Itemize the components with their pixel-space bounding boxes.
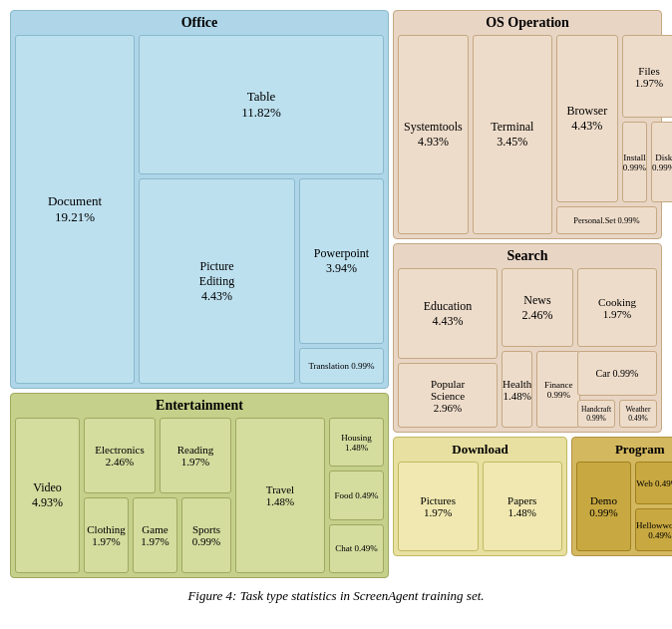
- os-terminal-label: Terminal3.45%: [491, 120, 533, 150]
- os-files-col: Files1.97% Install 0.99% Disk 0.99%: [622, 35, 672, 202]
- ent-electronics: Electronics2.46%: [84, 418, 156, 493]
- download-pictures: Pictures1.97%: [398, 462, 479, 551]
- office-picture: PictureEditing4.43%: [139, 178, 295, 384]
- search-section: Search Education4.43% PopularScience2.96…: [393, 243, 662, 433]
- search-cooking: Cooking1.97%: [577, 268, 657, 347]
- program-demo-label: Demo0.99%: [589, 494, 617, 518]
- download-pictures-label: Pictures1.97%: [421, 494, 456, 518]
- program-web: Web 0.49%: [635, 462, 672, 504]
- search-right: Cooking1.97% Car 0.99% Handcraft 0.99% W…: [577, 268, 657, 428]
- search-news-label: News2.46%: [522, 293, 553, 323]
- search-small-row: Handcraft 0.99% Weather 0.49%: [577, 400, 657, 428]
- ent-travel: Travel1.48%: [235, 418, 325, 573]
- ent-reading-label: Reading1.97%: [177, 444, 214, 468]
- os-section: OS Operation Systemtools4.93% Terminal3.…: [393, 10, 662, 239]
- search-car-label: Car 0.99%: [596, 368, 639, 379]
- ent-chat: Chat 0.49%: [329, 524, 384, 573]
- search-mid: News2.46% Health1.48% Finance 0.99%: [502, 268, 573, 428]
- search-title: Search: [398, 248, 657, 264]
- search-health: Health1.48%: [502, 351, 532, 428]
- download-inner: Pictures1.97% Papers1.48%: [398, 462, 562, 551]
- office-powerpoint: Powerpoint3.94%: [299, 178, 384, 344]
- ent-housing-label: Housing 1.48%: [330, 433, 383, 453]
- os-files: Files1.97%: [622, 35, 672, 118]
- office-table: Table11.82%: [139, 35, 384, 174]
- treemap: Office Document19.21% Table11.82% Pictur…: [10, 10, 662, 578]
- ent-game: Game1.97%: [133, 497, 177, 573]
- ent-video-label: Video4.93%: [32, 480, 63, 510]
- entertainment-section: Entertainment Video4.93% Electronics2.46…: [10, 393, 389, 578]
- office-title: Office: [15, 15, 384, 31]
- download-papers-label: Papers1.48%: [507, 494, 536, 518]
- os-right: Browser4.43% Files1.97% Install 0.99%: [556, 35, 657, 234]
- office-translation-label: Translation 0.99%: [308, 361, 374, 371]
- office-picture-label: PictureEditing4.43%: [199, 259, 234, 304]
- search-health-row: Health1.48% Finance 0.99%: [502, 351, 573, 428]
- figure-caption: Figure 4: Task type statistics in Screen…: [187, 588, 484, 604]
- os-disk-label: Disk 0.99%: [652, 153, 672, 172]
- office-ppt-label: Powerpoint3.94%: [314, 246, 369, 276]
- os-browser-row: Browser4.43% Files1.97% Install 0.99%: [556, 35, 657, 202]
- entertainment-inner: Video4.93% Electronics2.46% Reading1.97%…: [15, 418, 384, 573]
- program-demo: Demo0.99%: [576, 462, 631, 551]
- ent-food-label: Food 0.49%: [334, 490, 378, 500]
- ent-game-label: Game1.97%: [141, 523, 168, 547]
- search-weather: Weather 0.49%: [619, 400, 657, 428]
- ent-mid: Electronics2.46% Reading1.97% Clothing1.…: [84, 418, 231, 573]
- os-personal-label: Personal.Set 0.99%: [573, 215, 639, 225]
- ent-travel-label: Travel1.48%: [266, 483, 294, 507]
- ent-clothing-label: Clothing1.97%: [87, 523, 126, 547]
- ent-food: Food 0.49%: [329, 471, 384, 519]
- search-education: Education4.43%: [398, 268, 498, 359]
- left-column: Office Document19.21% Table11.82% Pictur…: [10, 10, 389, 578]
- ent-clothing: Clothing1.97%: [84, 497, 129, 573]
- office-table-label: Table11.82%: [241, 89, 281, 121]
- search-cooking-label: Cooking1.97%: [598, 296, 636, 320]
- download-papers: Papers1.48%: [483, 462, 563, 551]
- office-bottom-row: PictureEditing4.43% Powerpoint3.94% Tran…: [139, 178, 384, 384]
- search-handcraft: Handcraft 0.99%: [577, 400, 615, 428]
- ent-video: Video4.93%: [15, 418, 80, 573]
- os-install: Install 0.99%: [622, 122, 647, 202]
- search-handcraft-label: Handcraft 0.99%: [578, 405, 614, 423]
- search-left: Education4.43% PopularScience2.96%: [398, 268, 498, 428]
- os-browser: Browser4.43%: [556, 35, 618, 202]
- search-education-label: Education4.43%: [424, 299, 473, 329]
- search-car: Car 0.99%: [577, 351, 657, 396]
- program-right: Web 0.49% Debug 0.49% Hellowworld 0.49%: [635, 462, 672, 551]
- download-section: Download Pictures1.97% Papers1.48%: [393, 437, 567, 556]
- search-news: News2.46%: [502, 268, 573, 347]
- search-popular: PopularScience2.96%: [398, 363, 498, 428]
- ent-right-col: Travel1.48%: [235, 418, 325, 573]
- os-personal: Personal.Set 0.99%: [556, 206, 657, 234]
- ent-electronics-label: Electronics2.46%: [95, 444, 144, 468]
- ent-housing: Housing 1.48%: [329, 418, 384, 467]
- program-title: Program: [576, 442, 672, 458]
- os-disk: Disk 0.99%: [651, 122, 672, 202]
- os-files-label: Files1.97%: [635, 65, 663, 89]
- download-title: Download: [398, 442, 562, 458]
- search-weather-label: Weather 0.49%: [620, 405, 656, 423]
- search-inner: Education4.43% PopularScience2.96% News2…: [398, 268, 657, 428]
- os-browser-label: Browser4.43%: [566, 104, 607, 134]
- os-title: OS Operation: [398, 15, 657, 31]
- office-ppt-col: Powerpoint3.94% Translation 0.99%: [299, 178, 384, 384]
- ent-reading: Reading1.97%: [160, 418, 231, 493]
- office-translation: Translation 0.99%: [299, 348, 384, 384]
- office-inner: Document19.21% Table11.82% PictureEditin…: [15, 35, 384, 384]
- os-terminal: Terminal3.45%: [473, 35, 552, 234]
- ent-top-row: Electronics2.46% Reading1.97%: [84, 418, 231, 493]
- os-install-label: Install 0.99%: [623, 153, 646, 172]
- office-right: Table11.82% PictureEditing4.43% Powerpoi…: [139, 35, 384, 384]
- os-inner: Systemtools4.93% Terminal3.45% Browser4.…: [398, 35, 657, 234]
- ent-bottom-row: Clothing1.97% Game1.97% Sports0.99%: [84, 497, 231, 573]
- os-systemtools-label: Systemtools4.93%: [404, 120, 463, 150]
- search-health-label: Health1.48%: [503, 378, 531, 402]
- ent-sports: Sports0.99%: [181, 497, 231, 573]
- office-document-label: Document19.21%: [48, 193, 102, 225]
- program-hellowworld: Hellowworld 0.49%: [635, 508, 672, 551]
- search-popular-label: PopularScience2.96%: [431, 378, 465, 414]
- os-install-disk-row: Install 0.99% Disk 0.99%: [622, 122, 672, 202]
- program-section: Program Demo0.99% Web 0.49% Debug 0.49%: [571, 437, 672, 556]
- ent-sports-label: Sports0.99%: [192, 523, 220, 547]
